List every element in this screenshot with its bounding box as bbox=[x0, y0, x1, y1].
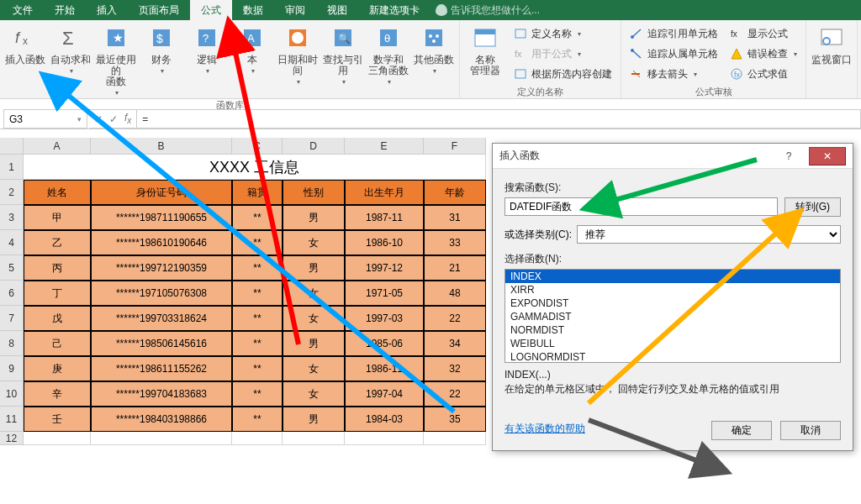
menu-file[interactable]: 文件 bbox=[2, 0, 44, 20]
enter-icon[interactable]: ✓ bbox=[109, 113, 118, 125]
ribbon-btn-4[interactable]: ?逻辑 bbox=[185, 23, 229, 98]
row-header[interactable]: 4 bbox=[0, 230, 24, 255]
table-cell[interactable]: 女 bbox=[283, 381, 345, 407]
col-header-A[interactable]: A bbox=[24, 138, 91, 155]
table-cell[interactable]: 21 bbox=[424, 255, 486, 281]
table-cell[interactable]: 1997-12 bbox=[345, 255, 424, 281]
cancel-button[interactable]: 取消 bbox=[780, 421, 841, 440]
table-cell[interactable]: ******198711190655 bbox=[91, 205, 232, 230]
table-cell[interactable]: ******199703318624 bbox=[91, 306, 232, 331]
dialog-close-button[interactable]: ✕ bbox=[809, 147, 846, 165]
error-checking[interactable]: 错误检查 bbox=[730, 45, 797, 63]
function-item[interactable]: INDEX bbox=[505, 270, 840, 283]
table-cell[interactable]: 庚 bbox=[24, 356, 91, 381]
table-cell[interactable]: 女 bbox=[283, 356, 345, 381]
menu-review[interactable]: 审阅 bbox=[274, 0, 316, 20]
ribbon-btn-2[interactable]: ★最近使用的函数 bbox=[94, 23, 138, 98]
table-cell[interactable]: ** bbox=[232, 281, 283, 306]
table-cell[interactable]: 己 bbox=[24, 331, 91, 356]
table-cell[interactable]: 丁 bbox=[24, 281, 91, 306]
watch-window-button[interactable]: 监视窗口 bbox=[810, 23, 853, 85]
table-cell[interactable]: 1986-10 bbox=[345, 230, 424, 255]
empty-cell[interactable] bbox=[424, 432, 486, 445]
cancel-icon[interactable]: ✕ bbox=[94, 113, 103, 125]
create-from-selection[interactable]: 根据所选内容创建 bbox=[514, 65, 612, 83]
ribbon-btn-5[interactable]: A本 bbox=[230, 23, 274, 98]
row-header[interactable]: 10 bbox=[0, 381, 24, 407]
dialog-titlebar[interactable]: 插入函数 ? ✕ bbox=[493, 144, 853, 169]
table-cell[interactable]: ** bbox=[232, 407, 283, 432]
go-button[interactable]: 转到(G) bbox=[784, 197, 841, 217]
table-cell[interactable]: ** bbox=[232, 205, 283, 230]
ok-button[interactable]: 确定 bbox=[711, 421, 772, 440]
use-in-formula[interactable]: fx用于公式 bbox=[514, 45, 612, 63]
ribbon-btn-8[interactable]: θ数学和三角函数 bbox=[367, 23, 410, 98]
col-header-D[interactable]: D bbox=[283, 138, 345, 155]
table-cell[interactable]: 男 bbox=[283, 255, 345, 281]
menu-newtab[interactable]: 新建选项卡 bbox=[358, 0, 430, 20]
search-input[interactable] bbox=[504, 197, 778, 216]
ribbon-btn-9[interactable]: 其他函数 bbox=[412, 23, 456, 98]
show-formulas[interactable]: fx显示公式 bbox=[730, 24, 797, 43]
table-cell[interactable]: ******198506145616 bbox=[91, 331, 232, 356]
table-cell[interactable]: 1997-03 bbox=[345, 306, 424, 331]
ribbon-btn-1[interactable]: Σ自动求和 bbox=[49, 23, 92, 98]
table-cell[interactable]: 乙 bbox=[24, 230, 91, 255]
table-cell[interactable]: ** bbox=[232, 255, 283, 281]
col-header-B[interactable]: B bbox=[91, 138, 232, 155]
table-cell[interactable]: 1971-05 bbox=[345, 281, 424, 306]
function-help-link[interactable]: 有关该函数的帮助 bbox=[504, 422, 585, 436]
table-cell[interactable]: 48 bbox=[424, 281, 486, 306]
ribbon-btn-3[interactable]: $财务 bbox=[140, 23, 183, 98]
table-cell[interactable]: ** bbox=[232, 331, 283, 356]
table-header[interactable]: 身份证号码 bbox=[91, 180, 232, 205]
select-all-cell[interactable] bbox=[0, 138, 24, 155]
table-header[interactable]: 年龄 bbox=[424, 180, 486, 205]
table-cell[interactable]: ******197105076308 bbox=[91, 281, 232, 306]
col-header-F[interactable]: F bbox=[424, 138, 486, 155]
table-cell[interactable]: ******198403198866 bbox=[91, 407, 232, 432]
row-header[interactable]: 8 bbox=[0, 331, 24, 356]
fx-icon[interactable]: fx bbox=[124, 112, 131, 125]
empty-cell[interactable] bbox=[91, 432, 232, 445]
menu-pagelayout[interactable]: 页面布局 bbox=[128, 0, 190, 20]
table-header[interactable]: 姓名 bbox=[24, 180, 91, 205]
table-cell[interactable]: 34 bbox=[424, 331, 486, 356]
row-header[interactable]: 7 bbox=[0, 306, 24, 331]
table-cell[interactable]: ** bbox=[232, 381, 283, 407]
trace-precedents[interactable]: 追踪引用单元格 bbox=[630, 24, 718, 43]
row-header[interactable]: 11 bbox=[0, 407, 24, 432]
table-cell[interactable]: 辛 bbox=[24, 381, 91, 407]
menu-view[interactable]: 视图 bbox=[316, 0, 358, 20]
row-header[interactable]: 1 bbox=[0, 155, 24, 180]
table-cell[interactable]: 男 bbox=[283, 407, 345, 432]
define-name[interactable]: 定义名称 bbox=[514, 24, 612, 43]
evaluate-formula[interactable]: fx公式求值 bbox=[730, 65, 797, 83]
table-cell[interactable]: 33 bbox=[424, 230, 486, 255]
table-cell[interactable]: 1986-11 bbox=[345, 356, 424, 381]
name-manager-button[interactable]: 名称 管理器 bbox=[463, 23, 507, 85]
table-cell[interactable]: 戊 bbox=[24, 306, 91, 331]
trace-dependents[interactable]: 追踪从属单元格 bbox=[630, 45, 718, 63]
empty-cell[interactable] bbox=[24, 432, 91, 445]
menu-home[interactable]: 开始 bbox=[44, 0, 86, 20]
sheet-title[interactable]: XXXX 工信息 bbox=[24, 155, 486, 180]
table-cell[interactable]: ******198610190646 bbox=[91, 230, 232, 255]
category-select[interactable]: 推荐 bbox=[577, 225, 841, 244]
col-header-C[interactable]: C bbox=[232, 138, 283, 155]
function-item[interactable]: NORMDIST bbox=[505, 323, 840, 337]
table-cell[interactable]: 1984-03 bbox=[345, 407, 424, 432]
table-cell[interactable]: ******199712190359 bbox=[91, 255, 232, 281]
function-item[interactable]: GAMMADIST bbox=[505, 310, 840, 323]
tell-me[interactable]: 告诉我您想做什么... bbox=[436, 3, 540, 18]
table-cell[interactable]: 女 bbox=[283, 230, 345, 255]
row-header[interactable]: 2 bbox=[0, 180, 24, 205]
table-cell[interactable]: ******199704183683 bbox=[91, 381, 232, 407]
table-cell[interactable]: 男 bbox=[283, 331, 345, 356]
function-listbox[interactable]: INDEXXIRREXPONDISTGAMMADISTNORMDISTWEIBU… bbox=[504, 269, 841, 363]
ribbon-btn-6[interactable]: 日期和时间 bbox=[276, 23, 320, 98]
row-header[interactable]: 3 bbox=[0, 205, 24, 230]
table-cell[interactable]: ** bbox=[232, 306, 283, 331]
table-cell[interactable]: 丙 bbox=[24, 255, 91, 281]
name-box[interactable]: G3 bbox=[3, 109, 87, 129]
